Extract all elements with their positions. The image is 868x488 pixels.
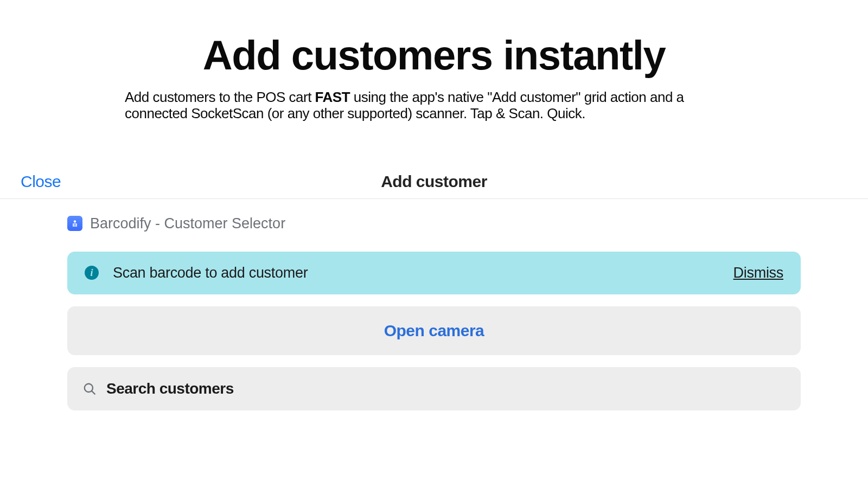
navbar-title: Add customer xyxy=(381,172,487,191)
hero-subtitle: Add customers to the POS cart FAST using… xyxy=(119,89,749,122)
open-camera-button[interactable]: Open camera xyxy=(67,306,801,355)
info-icon: i xyxy=(85,266,99,280)
app-screen: Close Add customer Barcodify - Customer … xyxy=(0,165,868,410)
app-label-row: Barcodify - Customer Selector xyxy=(67,215,801,232)
app-label-text: Barcodify - Customer Selector xyxy=(90,215,285,232)
open-camera-label: Open camera xyxy=(384,322,484,339)
hero-subtitle-fast: FAST xyxy=(315,89,350,105)
svg-line-2 xyxy=(92,391,94,394)
info-banner-message: Scan barcode to add customer xyxy=(113,265,733,281)
hero-subtitle-before: Add customers to the POS cart xyxy=(125,89,315,105)
navbar: Close Add customer xyxy=(0,165,868,199)
app-icon xyxy=(67,216,82,231)
dismiss-button[interactable]: Dismiss xyxy=(733,265,783,281)
content-area: Barcodify - Customer Selector i Scan bar… xyxy=(0,199,868,410)
close-button[interactable]: Close xyxy=(21,172,61,191)
search-input[interactable] xyxy=(106,380,786,397)
svg-point-0 xyxy=(74,221,76,223)
search-icon xyxy=(82,382,97,396)
hero-section: Add customers instantly Add customers to… xyxy=(0,0,868,122)
search-box[interactable] xyxy=(67,367,801,410)
info-banner: i Scan barcode to add customer Dismiss xyxy=(67,252,801,294)
hero-title: Add customers instantly xyxy=(0,31,868,79)
